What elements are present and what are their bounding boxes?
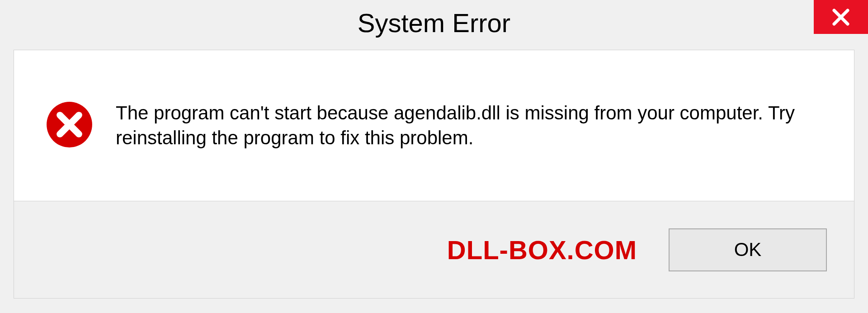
error-message: The program can't start because agendali… [116,101,822,150]
dialog-title: System Error [358,8,510,38]
titlebar: System Error [0,0,868,45]
error-icon [46,101,93,148]
close-button[interactable] [814,0,868,34]
ok-button[interactable]: OK [669,228,827,271]
close-icon [832,8,850,26]
error-icon-wrapper [46,101,93,150]
footer: DLL-BOX.COM OK [14,201,854,299]
watermark-text: DLL-BOX.COM [447,235,637,265]
content-panel: The program can't start because agendali… [14,50,854,201]
